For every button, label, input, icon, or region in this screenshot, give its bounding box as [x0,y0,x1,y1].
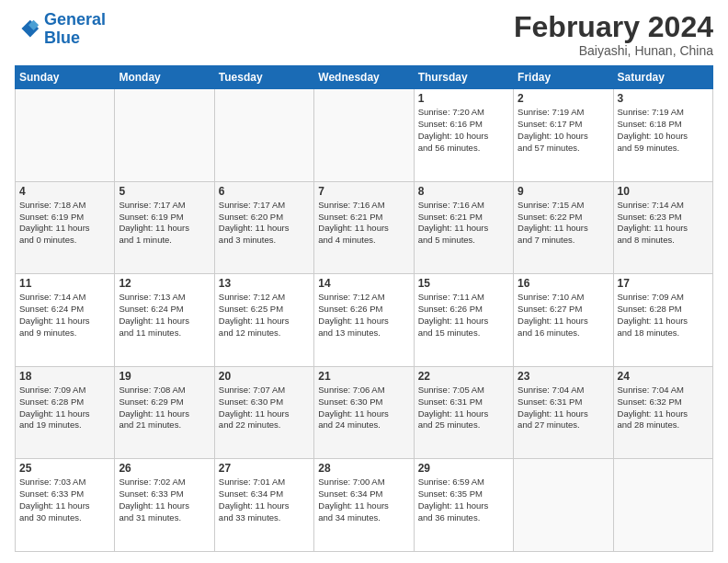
calendar-cell: 11Sunrise: 7:14 AM Sunset: 6:24 PM Dayli… [16,274,115,367]
day-info: Sunrise: 7:16 AM Sunset: 6:21 PM Dayligh… [318,200,409,247]
day-info: Sunrise: 7:16 AM Sunset: 6:21 PM Dayligh… [418,200,509,247]
title-area: February 2024 Baiyashi, Hunan, China [514,11,713,58]
day-number: 23 [518,370,609,383]
day-number: 11 [19,277,110,290]
day-info: Sunrise: 7:20 AM Sunset: 6:16 PM Dayligh… [418,107,509,154]
calendar-cell: 8Sunrise: 7:16 AM Sunset: 6:21 PM Daylig… [414,181,513,274]
weekday-header-thursday: Thursday [414,66,513,89]
weekday-header-sunday: Sunday [16,66,115,89]
day-number: 26 [119,462,210,475]
day-number: 19 [119,370,210,383]
day-number: 8 [418,185,509,198]
calendar-cell: 5Sunrise: 7:17 AM Sunset: 6:19 PM Daylig… [115,181,214,274]
day-number: 25 [19,462,110,475]
calendar-cell: 22Sunrise: 7:05 AM Sunset: 6:31 PM Dayli… [414,366,513,459]
day-number: 15 [418,277,509,290]
day-number: 12 [119,277,210,290]
location: Baiyashi, Hunan, China [514,43,713,58]
calendar-cell: 26Sunrise: 7:02 AM Sunset: 6:33 PM Dayli… [115,459,214,552]
day-info: Sunrise: 7:05 AM Sunset: 6:31 PM Dayligh… [418,385,509,431]
calendar-cell [115,89,214,182]
week-row-3: 11Sunrise: 7:14 AM Sunset: 6:24 PM Dayli… [16,274,713,367]
calendar-cell: 9Sunrise: 7:15 AM Sunset: 6:22 PM Daylig… [514,181,613,274]
day-info: Sunrise: 7:13 AM Sunset: 6:24 PM Dayligh… [119,292,210,339]
day-info: Sunrise: 7:04 AM Sunset: 6:31 PM Dayligh… [518,385,609,431]
day-info: Sunrise: 7:12 AM Sunset: 6:25 PM Dayligh… [219,292,310,339]
weekday-header-tuesday: Tuesday [214,66,313,89]
logo-blue: Blue [44,29,80,47]
day-number: 14 [318,277,409,290]
week-row-5: 25Sunrise: 7:03 AM Sunset: 6:33 PM Dayli… [16,459,713,552]
calendar-cell: 20Sunrise: 7:07 AM Sunset: 6:30 PM Dayli… [214,366,313,459]
day-info: Sunrise: 7:18 AM Sunset: 6:19 PM Dayligh… [19,200,110,247]
day-number: 20 [219,370,310,383]
calendar-body: 1Sunrise: 7:20 AM Sunset: 6:16 PM Daylig… [16,89,713,552]
day-number: 18 [19,370,110,383]
day-number: 7 [318,185,409,198]
calendar-cell: 27Sunrise: 7:01 AM Sunset: 6:34 PM Dayli… [214,459,313,552]
logo-text: General Blue [44,11,106,48]
week-row-1: 1Sunrise: 7:20 AM Sunset: 6:16 PM Daylig… [16,89,713,182]
day-number: 1 [418,92,509,105]
weekday-header-row: SundayMondayTuesdayWednesdayThursdayFrid… [16,66,713,89]
day-info: Sunrise: 7:17 AM Sunset: 6:19 PM Dayligh… [119,200,210,247]
day-info: Sunrise: 7:01 AM Sunset: 6:34 PM Dayligh… [219,477,310,523]
logo-icon [15,17,40,42]
day-number: 16 [518,277,609,290]
day-info: Sunrise: 7:08 AM Sunset: 6:29 PM Dayligh… [119,385,210,431]
calendar-cell: 24Sunrise: 7:04 AM Sunset: 6:32 PM Dayli… [613,366,712,459]
day-info: Sunrise: 7:17 AM Sunset: 6:20 PM Dayligh… [219,200,310,247]
calendar-cell: 14Sunrise: 7:12 AM Sunset: 6:26 PM Dayli… [314,274,414,367]
calendar-cell [214,89,313,182]
day-number: 21 [318,370,409,383]
day-info: Sunrise: 7:15 AM Sunset: 6:22 PM Dayligh… [518,200,609,247]
calendar-cell [314,89,414,182]
calendar-cell: 21Sunrise: 7:06 AM Sunset: 6:30 PM Dayli… [314,366,414,459]
calendar-cell: 1Sunrise: 7:20 AM Sunset: 6:16 PM Daylig… [414,89,513,182]
weekday-header-wednesday: Wednesday [314,66,414,89]
calendar-cell: 23Sunrise: 7:04 AM Sunset: 6:31 PM Dayli… [514,366,613,459]
day-info: Sunrise: 7:14 AM Sunset: 6:23 PM Dayligh… [618,200,709,247]
calendar-cell: 4Sunrise: 7:18 AM Sunset: 6:19 PM Daylig… [16,181,115,274]
day-number: 29 [418,462,509,475]
week-row-4: 18Sunrise: 7:09 AM Sunset: 6:28 PM Dayli… [16,366,713,459]
day-info: Sunrise: 7:19 AM Sunset: 6:18 PM Dayligh… [618,107,709,154]
calendar-table: SundayMondayTuesdayWednesdayThursdayFrid… [15,65,713,552]
day-info: Sunrise: 7:09 AM Sunset: 6:28 PM Dayligh… [618,292,709,339]
day-number: 2 [518,92,609,105]
day-number: 4 [19,185,110,198]
calendar-cell [16,89,115,182]
calendar-cell [613,459,712,552]
day-number: 22 [418,370,509,383]
day-info: Sunrise: 7:19 AM Sunset: 6:17 PM Dayligh… [518,107,609,154]
day-info: Sunrise: 7:07 AM Sunset: 6:30 PM Dayligh… [219,385,310,431]
weekday-header-saturday: Saturday [613,66,712,89]
day-info: Sunrise: 7:11 AM Sunset: 6:26 PM Dayligh… [418,292,509,339]
calendar-cell: 15Sunrise: 7:11 AM Sunset: 6:26 PM Dayli… [414,274,513,367]
day-info: Sunrise: 7:03 AM Sunset: 6:33 PM Dayligh… [19,477,110,523]
month-title: February 2024 [514,11,713,43]
day-info: Sunrise: 7:12 AM Sunset: 6:26 PM Dayligh… [318,292,409,339]
day-number: 10 [618,185,709,198]
calendar-cell: 18Sunrise: 7:09 AM Sunset: 6:28 PM Dayli… [16,366,115,459]
day-number: 28 [318,462,409,475]
calendar-cell: 7Sunrise: 7:16 AM Sunset: 6:21 PM Daylig… [314,181,414,274]
day-info: Sunrise: 7:10 AM Sunset: 6:27 PM Dayligh… [518,292,609,339]
day-number: 6 [219,185,310,198]
calendar-cell: 25Sunrise: 7:03 AM Sunset: 6:33 PM Dayli… [16,459,115,552]
page: General Blue February 2024 Baiyashi, Hun… [0,0,728,563]
calendar-cell: 17Sunrise: 7:09 AM Sunset: 6:28 PM Dayli… [613,274,712,367]
day-number: 3 [618,92,709,105]
calendar-cell: 2Sunrise: 7:19 AM Sunset: 6:17 PM Daylig… [514,89,613,182]
day-info: Sunrise: 7:04 AM Sunset: 6:32 PM Dayligh… [618,385,709,431]
calendar-cell: 6Sunrise: 7:17 AM Sunset: 6:20 PM Daylig… [214,181,313,274]
day-number: 17 [618,277,709,290]
header: General Blue February 2024 Baiyashi, Hun… [15,11,713,58]
day-info: Sunrise: 6:59 AM Sunset: 6:35 PM Dayligh… [418,477,509,523]
calendar-cell: 13Sunrise: 7:12 AM Sunset: 6:25 PM Dayli… [214,274,313,367]
calendar-cell: 16Sunrise: 7:10 AM Sunset: 6:27 PM Dayli… [514,274,613,367]
logo: General Blue [15,11,106,48]
weekday-header-friday: Friday [514,66,613,89]
calendar-cell: 10Sunrise: 7:14 AM Sunset: 6:23 PM Dayli… [613,181,712,274]
day-info: Sunrise: 7:09 AM Sunset: 6:28 PM Dayligh… [19,385,110,431]
